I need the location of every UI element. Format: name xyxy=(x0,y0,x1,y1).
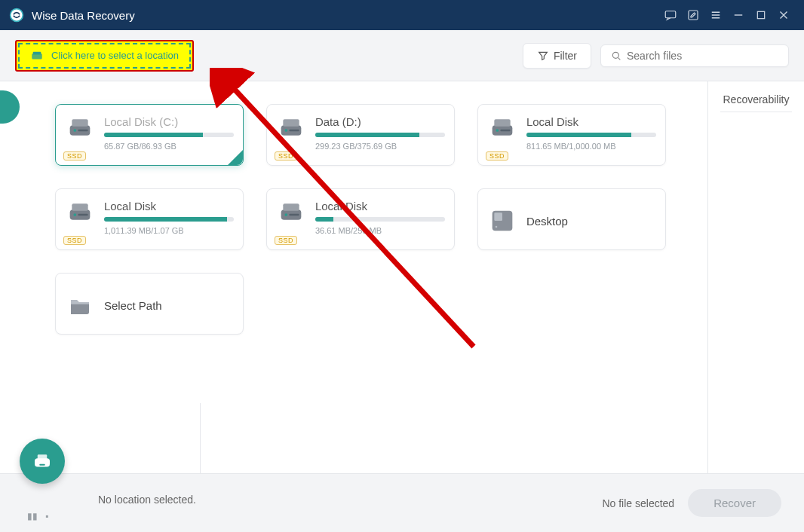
card-subtitle: 299.23 GB/375.69 GB xyxy=(315,142,445,151)
svg-rect-21 xyxy=(72,203,87,210)
recover-button[interactable]: Recover xyxy=(688,489,781,517)
svg-rect-4 xyxy=(757,11,764,18)
disk-card[interactable]: Data (D:)299.23 GB/375.69 GBSSD xyxy=(266,104,455,166)
usage-bar xyxy=(104,133,234,137)
ssd-badge: SSD xyxy=(275,236,297,245)
no-file-label: No file selected xyxy=(602,497,674,509)
content-area: Local Disk (C:)65.87 GB/86.93 GBSSDData … xyxy=(14,81,708,473)
disk-grid: Local Disk (C:)65.87 GB/86.93 GBSSDData … xyxy=(14,81,707,357)
disk-card[interactable]: Local Disk811.65 MB/1,000.00 MBSSD xyxy=(477,104,666,166)
card-title: Local Disk xyxy=(104,200,234,212)
card-subtitle: 811.65 MB/1,000.00 MB xyxy=(526,142,656,151)
left-rail xyxy=(0,81,14,473)
search-box[interactable] xyxy=(600,44,789,67)
menu-icon[interactable] xyxy=(704,4,727,26)
svg-point-22 xyxy=(73,213,76,216)
card-desktop[interactable]: Desktop xyxy=(477,188,666,250)
filter-label: Filter xyxy=(554,50,577,62)
recoverability-tab[interactable]: Recoverability xyxy=(720,93,792,112)
svg-point-10 xyxy=(73,129,76,132)
select-location-label: Click here to select a location xyxy=(51,50,179,61)
app-title: Wise Data Recovery xyxy=(32,9,659,22)
ssd-badge: SSD xyxy=(486,151,508,161)
ssd-badge: SSD xyxy=(63,151,86,161)
svg-rect-32 xyxy=(35,458,50,466)
toolbar: Click here to select a location Filter xyxy=(0,30,804,81)
disk-card[interactable]: Local Disk36.61 MB/256 MBSSD xyxy=(266,188,455,250)
media-controls: ▮▮ ▪ xyxy=(27,511,48,521)
svg-rect-17 xyxy=(494,119,510,126)
close-button[interactable] xyxy=(772,4,795,26)
card-title: Local Disk xyxy=(315,200,445,212)
pause-icon[interactable]: ▮▮ xyxy=(27,511,38,521)
filter-icon xyxy=(537,50,549,62)
edit-icon[interactable] xyxy=(682,4,704,26)
usage-bar xyxy=(315,217,445,222)
status-bar: No location selected. No file selected R… xyxy=(0,473,804,532)
disk-icon xyxy=(65,115,95,139)
svg-point-18 xyxy=(496,129,499,132)
folder-icon xyxy=(65,293,95,317)
card-subtitle: 1,011.39 MB/1.07 GB xyxy=(104,226,234,235)
search-input[interactable] xyxy=(627,50,779,62)
ssd-badge: SSD xyxy=(63,236,86,245)
disk-icon xyxy=(276,115,306,139)
card-subtitle: 65.87 GB/86.93 GB xyxy=(104,142,234,151)
stop-icon[interactable]: ▪ xyxy=(45,511,48,521)
svg-rect-3 xyxy=(689,11,698,20)
card-title: Select Path xyxy=(104,299,234,312)
status-right: No file selected Recover xyxy=(579,474,804,532)
card-title: Local Disk (C:) xyxy=(104,115,234,128)
svg-rect-13 xyxy=(283,119,299,126)
svg-rect-19 xyxy=(500,130,510,132)
svg-point-14 xyxy=(284,129,287,132)
maximize-button[interactable] xyxy=(750,4,772,26)
ssd-badge: SSD xyxy=(275,151,297,161)
svg-rect-33 xyxy=(38,454,48,459)
svg-rect-6 xyxy=(33,51,41,54)
svg-rect-9 xyxy=(72,119,87,126)
disk-icon xyxy=(487,115,517,139)
card-title: Desktop xyxy=(526,215,656,228)
disk-icon xyxy=(65,200,95,224)
card-subtitle: 36.61 MB/256 MB xyxy=(315,226,445,235)
status-message: No location selected. xyxy=(0,474,579,532)
svg-rect-15 xyxy=(289,130,299,132)
disk-card[interactable]: Local Disk1,011.39 MB/1.07 GBSSD xyxy=(55,188,244,250)
card-title: Local Disk xyxy=(526,115,656,128)
desktop-icon xyxy=(487,209,517,233)
scan-fab-button[interactable] xyxy=(20,439,65,484)
feedback-icon[interactable] xyxy=(659,4,682,26)
usage-bar xyxy=(104,217,234,222)
search-icon xyxy=(610,50,622,62)
svg-rect-11 xyxy=(78,130,87,132)
svg-rect-25 xyxy=(283,203,299,210)
card-select-path[interactable]: Select Path xyxy=(55,273,244,335)
titlebar: Wise Data Recovery xyxy=(0,0,804,30)
vertical-divider xyxy=(200,403,201,473)
selected-check-icon xyxy=(228,150,243,165)
svg-rect-29 xyxy=(494,212,502,221)
right-column: Recoverability xyxy=(708,81,804,473)
svg-rect-27 xyxy=(289,214,299,216)
filter-button[interactable]: Filter xyxy=(523,43,591,69)
main: Local Disk (C:)65.87 GB/86.93 GBSSDData … xyxy=(0,81,804,473)
svg-point-30 xyxy=(496,226,498,228)
svg-point-7 xyxy=(612,52,618,58)
select-location-button[interactable]: Click here to select a location xyxy=(15,40,194,72)
minimize-button[interactable] xyxy=(727,4,750,26)
disk-icon xyxy=(276,200,306,224)
svg-rect-34 xyxy=(39,464,45,466)
app-logo-icon xyxy=(9,8,24,23)
usage-bar xyxy=(526,133,656,137)
svg-rect-23 xyxy=(78,214,87,216)
disk-select-icon xyxy=(30,49,44,63)
disk-card[interactable]: Local Disk (C:)65.87 GB/86.93 GBSSD xyxy=(55,104,244,166)
usage-bar xyxy=(315,133,445,137)
svg-rect-2 xyxy=(665,11,676,18)
svg-point-26 xyxy=(284,213,287,216)
card-title: Data (D:) xyxy=(315,115,445,128)
disk-fab-icon xyxy=(31,450,54,472)
